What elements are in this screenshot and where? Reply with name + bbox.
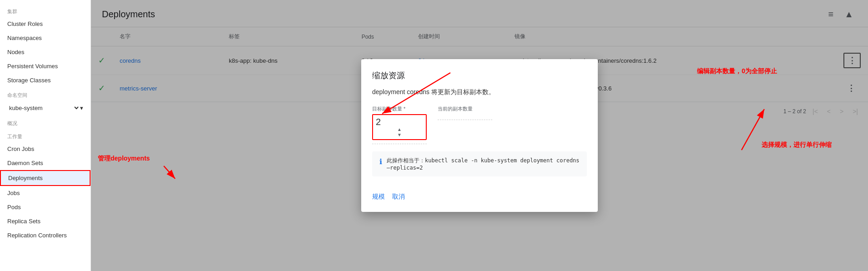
sidebar-item-replica-sets[interactable]: Replica Sets xyxy=(0,214,91,228)
dialog-actions: 规模 取消 xyxy=(372,186,587,205)
chevron-down-icon: ▾ xyxy=(80,105,83,111)
cluster-section-title: 集群 xyxy=(0,4,91,17)
info-icon: ℹ xyxy=(379,157,382,166)
replicas-spinner: ▲ ▼ xyxy=(376,127,423,137)
info-box: ℹ 此操作相当于：kubectl scale -n kube-system de… xyxy=(372,151,587,176)
spinner-up-button[interactable]: ▲ xyxy=(376,127,423,132)
dialog-overlay: 缩放资源 deployment coredns 将更新为目标副本数。 目标副本数… xyxy=(91,0,868,271)
scale-button[interactable]: 规模 xyxy=(372,189,385,205)
target-replicas-input[interactable] xyxy=(376,117,412,127)
target-replicas-field: 目标副本数量 * ▲ ▼ xyxy=(372,105,427,144)
dialog-description: deployment coredns 将更新为目标副本数。 xyxy=(372,88,587,96)
overview-section-title: 概况 xyxy=(0,115,91,129)
sidebar-item-daemon-sets[interactable]: Daemon Sets xyxy=(0,156,91,170)
cancel-button[interactable]: 取消 xyxy=(392,189,405,205)
sidebar-item-pods[interactable]: Pods xyxy=(0,200,91,214)
spinner-down-button[interactable]: ▼ xyxy=(376,133,423,137)
sidebar-item-storage-classes[interactable]: Storage Classes xyxy=(0,73,91,87)
current-replicas-field: 当前的副本数量 xyxy=(438,105,492,144)
annotation-edit-replicas: 编辑副本数量，0为全部停止 xyxy=(697,67,777,75)
sidebar-item-deployments[interactable]: Deployments xyxy=(0,170,91,186)
namespace-section-title: 命名空间 xyxy=(0,87,91,100)
annotation-manage: 管理deployments xyxy=(98,155,150,163)
sidebar-item-persistent-volumes[interactable]: Persistent Volumes xyxy=(0,59,91,73)
current-replicas-label: 当前的副本数量 xyxy=(438,105,492,112)
target-replicas-label: 目标副本数量 * xyxy=(372,105,427,112)
target-replicas-input-wrap: ▲ ▼ xyxy=(372,114,427,140)
info-text: 此操作相当于：kubectl scale -n kube-system depl… xyxy=(387,157,580,171)
namespace-select[interactable]: kube-system xyxy=(7,104,80,112)
dialog-fields: 目标副本数量 * ▲ ▼ 当前的副本数量 xyxy=(372,105,587,144)
sidebar-item-replication-controllers[interactable]: Replication Controllers xyxy=(0,228,91,242)
namespace-selector[interactable]: kube-system ▾ xyxy=(0,100,91,115)
sidebar-item-nodes[interactable]: Nodes xyxy=(0,45,91,59)
annotation-select-scale: 选择规模，进行单行伸缩 xyxy=(762,141,832,149)
sidebar: 集群 Cluster Roles Namespaces Nodes Persis… xyxy=(0,0,91,271)
sidebar-item-cluster-roles[interactable]: Cluster Roles xyxy=(0,17,91,31)
main-content: Deployments ≡ ▲ 名字 标签 Pods 创建时间 镜像 xyxy=(91,0,868,271)
sidebar-item-jobs[interactable]: Jobs xyxy=(0,186,91,200)
sidebar-item-namespaces[interactable]: Namespaces xyxy=(0,31,91,45)
scale-dialog: 缩放资源 deployment coredns 将更新为目标副本数。 目标副本数… xyxy=(361,59,598,212)
dialog-title: 缩放资源 xyxy=(372,70,587,81)
workload-section-title: 工作量 xyxy=(0,129,91,142)
sidebar-item-cron-jobs[interactable]: Cron Jobs xyxy=(0,142,91,156)
